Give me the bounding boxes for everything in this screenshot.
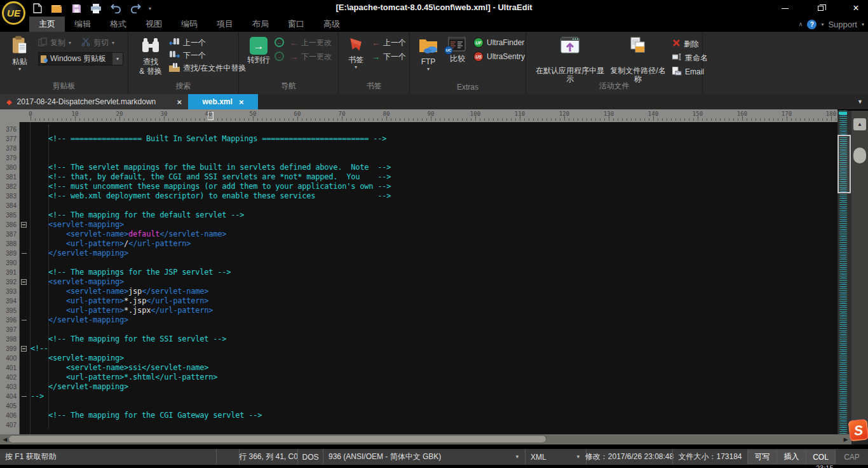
- code-row[interactable]: 376: [0, 125, 837, 134]
- code-row[interactable]: 378: [0, 144, 837, 153]
- code-row[interactable]: 391 <!-- The mappings for the JSP servle…: [0, 268, 837, 277]
- rename-file-button[interactable]: 重命名: [672, 52, 708, 64]
- support-dropdown-icon[interactable]: ▾: [862, 22, 864, 27]
- clipboard-selector-dropdown-icon[interactable]: ▾: [112, 53, 123, 65]
- status-col-toggle[interactable]: COL: [806, 450, 835, 464]
- file-tab-webxml[interactable]: web.xml ×: [188, 94, 258, 109]
- code-row[interactable]: 388 <url-pattern>/</url-pattern>: [0, 239, 837, 249]
- restore-button[interactable]: [813, 2, 827, 15]
- bookmark-next-button[interactable]: → 下一个: [372, 51, 406, 62]
- vertical-scroll-thumb[interactable]: [853, 148, 866, 163]
- nav-forward-icon[interactable]: →: [275, 52, 284, 61]
- file-tab-webxml-close-icon[interactable]: ×: [239, 97, 244, 107]
- tab-list-dropdown-icon[interactable]: ▼: [857, 99, 863, 105]
- syntax-dropdown-icon[interactable]: ▼: [576, 454, 581, 460]
- sogou-ime-icon[interactable]: S: [848, 419, 868, 442]
- code-row[interactable]: 385 <!-- The mapping for the default ser…: [0, 210, 837, 220]
- code-row[interactable]: 387 <servlet-name>default</servlet-name>: [0, 230, 837, 239]
- fold-cell[interactable]: [19, 277, 31, 287]
- copy-button[interactable]: 复制 ▾: [38, 37, 71, 48]
- compare-button[interactable]: UC 比较: [444, 37, 471, 63]
- collapse-ribbon-icon[interactable]: ∧: [799, 21, 803, 27]
- code-row[interactable]: 377 <!-- ================ Built In Servl…: [0, 134, 837, 144]
- file-tab-markdown[interactable]: ◆ 2017-08-24-DispatcherServlet.markdown …: [0, 94, 188, 109]
- status-syntax-select[interactable]: XML ▼: [525, 449, 586, 465]
- status-insert-toggle[interactable]: 插入: [776, 450, 806, 464]
- document-map-viewport[interactable]: [837, 135, 851, 193]
- code-row[interactable]: 401 <servlet-name>ssi</servlet-name>: [0, 363, 837, 373]
- ultraedit-logo-icon[interactable]: UE: [2, 1, 25, 25]
- code-row[interactable]: 386 <servlet-mapping>: [0, 220, 837, 230]
- prev-change-button[interactable]: ← 上一更改: [290, 37, 332, 48]
- menu-tab-8[interactable]: 窗口: [278, 17, 314, 32]
- code-row[interactable]: 389 </servlet-mapping>: [0, 249, 837, 258]
- ultrasentry-button[interactable]: US UltraSentry: [473, 51, 525, 62]
- goto-line-button[interactable]: → 转到行: [245, 37, 272, 64]
- support-menu[interactable]: Support: [828, 20, 857, 29]
- find-prev-button[interactable]: 上一个: [169, 37, 206, 48]
- bookmark-button[interactable]: 书签 ▾: [344, 37, 368, 69]
- menu-tab-7[interactable]: 布局: [243, 17, 278, 32]
- code-row[interactable]: 392 <servlet-mapping>: [0, 277, 837, 287]
- vertical-scrollbar[interactable]: ▲: [851, 111, 868, 434]
- nav-back-icon[interactable]: ←: [275, 38, 284, 47]
- help-icon[interactable]: ?: [807, 20, 817, 29]
- find-replace-button[interactable]: 查找 & 替换: [136, 37, 165, 76]
- fold-collapse-icon[interactable]: [21, 279, 27, 285]
- code-row[interactable]: 405: [0, 401, 837, 411]
- status-line-ending[interactable]: DOS: [297, 449, 323, 465]
- ftp-button[interactable]: FTP ▾: [416, 37, 440, 71]
- code-row[interactable]: 402 <url-pattern>*.shtml</url-pattern>: [0, 373, 837, 382]
- code-row[interactable]: 404-->: [0, 392, 837, 401]
- menu-tab-1[interactable]: 主页: [29, 17, 65, 32]
- fold-cell[interactable]: [19, 220, 31, 230]
- menu-tab-5[interactable]: 编码: [172, 17, 207, 32]
- menu-tab-2[interactable]: 编辑: [65, 17, 100, 32]
- code-row[interactable]: 393 <servlet-name>jsp</servlet-name>: [0, 287, 837, 296]
- code-row[interactable]: 400 <servlet-mapping>: [0, 354, 837, 363]
- code-row[interactable]: 394 <url-pattern>*.jsp</url-pattern>: [0, 296, 837, 306]
- code-row[interactable]: 396 </servlet-mapping>: [0, 315, 837, 325]
- scroll-up-icon[interactable]: ▲: [853, 118, 866, 130]
- find-next-button[interactable]: 下一个: [169, 50, 206, 61]
- status-writable-toggle[interactable]: 可写: [747, 450, 776, 464]
- code-row[interactable]: 380 <!-- The servlet mappings for the bu…: [0, 163, 837, 172]
- code-row[interactable]: 406 <!-- The mapping for the CGI Gateway…: [0, 411, 837, 420]
- code-row[interactable]: 381 <!-- that, by default, the CGI and S…: [0, 172, 837, 182]
- code-editor[interactable]: 376377 <!-- ================ Built In Se…: [0, 122, 837, 434]
- cut-button[interactable]: 剪切 ▾: [81, 37, 114, 48]
- encoding-dropdown-icon[interactable]: ▼: [515, 454, 520, 460]
- status-encoding-select[interactable]: 936 (ANSI/OEM - 简体中文 GBK) ▼: [323, 449, 525, 465]
- horizontal-scrollbar[interactable]: ◀ ▶: [0, 434, 851, 444]
- fold-collapse-icon[interactable]: [21, 222, 27, 228]
- show-in-default-app-button[interactable]: 在默认应用程序中显示: [532, 37, 607, 83]
- close-button[interactable]: ×: [849, 2, 863, 15]
- fold-cell[interactable]: [19, 315, 31, 325]
- help-dropdown-icon[interactable]: ▾: [821, 22, 824, 27]
- paste-button[interactable]: 粘贴 ▾: [6, 36, 33, 71]
- fold-cell[interactable]: [19, 344, 31, 354]
- status-caps-indicator[interactable]: CAP: [835, 450, 868, 464]
- scroll-right-icon[interactable]: ▶: [841, 435, 850, 443]
- fold-cell[interactable]: [19, 392, 31, 401]
- menu-tab-9[interactable]: 高级: [314, 17, 349, 32]
- code-row[interactable]: 390: [0, 258, 837, 268]
- code-row[interactable]: 384: [0, 201, 837, 210]
- clipboard-selector[interactable]: Windows 剪贴板 ▾: [38, 52, 123, 65]
- code-row[interactable]: 383 <!-- web.xml deployment descriptor) …: [0, 191, 837, 201]
- fold-collapse-icon[interactable]: [21, 346, 27, 352]
- minimize-button[interactable]: [778, 2, 792, 15]
- code-row[interactable]: 382 <!-- must uncomment these mappings (…: [0, 182, 837, 191]
- menu-tab-3[interactable]: 格式: [100, 17, 136, 32]
- horizontal-scroll-thumb[interactable]: [8, 435, 546, 443]
- next-change-button[interactable]: → 下一更改: [290, 51, 332, 62]
- code-row[interactable]: 397: [0, 325, 837, 334]
- file-tab-markdown-close-icon[interactable]: ×: [177, 97, 182, 107]
- find-in-files-button[interactable]: 查找/在文件中替换: [169, 62, 246, 74]
- ultrafinder-button[interactable]: UF UltraFinder: [473, 37, 524, 48]
- code-row[interactable]: 399<!--: [0, 344, 837, 354]
- code-row[interactable]: 398 <!-- The mapping for the SSI servlet…: [0, 334, 837, 344]
- menu-tab-4[interactable]: 视图: [136, 17, 172, 32]
- code-row[interactable]: 379: [0, 153, 837, 163]
- email-file-button[interactable]: Email: [672, 66, 704, 78]
